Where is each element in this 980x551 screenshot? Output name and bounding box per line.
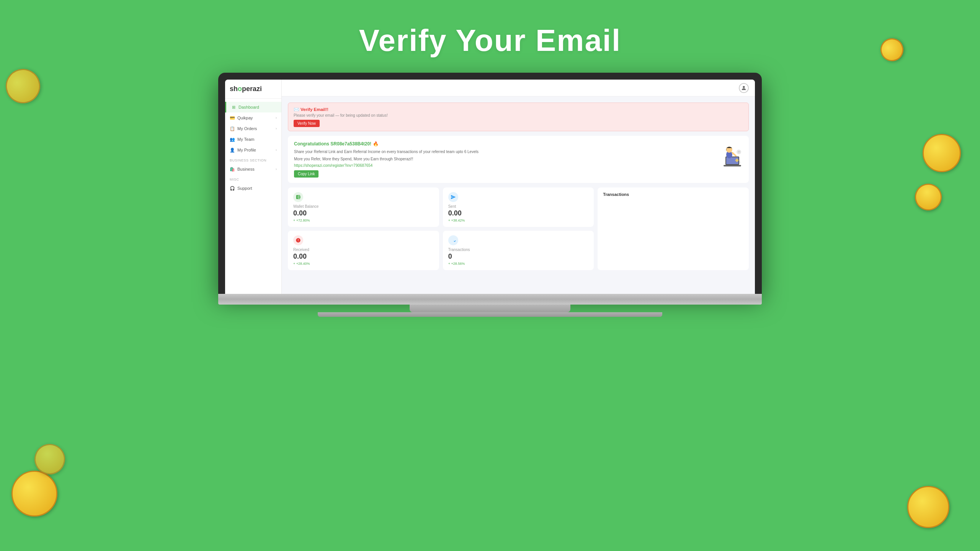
transactions-change: + +28.56% bbox=[448, 262, 589, 266]
orders-icon: 📋 bbox=[230, 126, 235, 131]
wallet-change: + +72.80% bbox=[293, 218, 434, 222]
page-title: Verify Your Email bbox=[0, 23, 980, 58]
transactions-label: Transactions bbox=[448, 248, 589, 252]
alert-title: ✉️ Verify Email!! bbox=[294, 107, 743, 112]
laptop-base bbox=[218, 294, 762, 305]
stats-grid: Wallet Balance 0.00 + +72.80% bbox=[288, 187, 749, 270]
section-label-misc: MISC bbox=[225, 174, 281, 183]
sent-label: Sent bbox=[448, 204, 589, 209]
laptop-foot bbox=[318, 312, 662, 317]
sidebar-logo: shoperazi bbox=[225, 80, 281, 99]
referral-link: https://shoperazi.com/register?inv=79068… bbox=[294, 163, 712, 168]
section-label-business: BUSINESS SECTION bbox=[225, 155, 281, 164]
laptop-frame: shoperazi ⊞ Dashboard 💳 bbox=[218, 73, 762, 317]
wallet-label: Wallet Balance bbox=[293, 204, 434, 209]
chevron-icon-business: › bbox=[276, 167, 277, 171]
wallet-icon bbox=[293, 192, 303, 202]
sidebar-label-profile: My Profile bbox=[237, 148, 256, 152]
team-icon: 👥 bbox=[230, 137, 235, 142]
user-avatar-button[interactable] bbox=[739, 83, 749, 93]
sidebar-label-quikpay: Quikpay bbox=[237, 116, 253, 120]
received-label: Received bbox=[293, 248, 434, 252]
sidebar-item-support[interactable]: 🎧 Support bbox=[225, 183, 281, 194]
chevron-icon: › bbox=[276, 116, 277, 120]
sidebar-item-my-orders[interactable]: 📋 My Orders › bbox=[225, 123, 281, 134]
received-icon bbox=[293, 235, 303, 245]
sidebar-item-my-profile[interactable]: 👤 My Profile › bbox=[225, 145, 281, 155]
sidebar-label-dashboard: Dashboard bbox=[238, 105, 259, 109]
congrats-title: Congratulations SR08e7a538B4t20! 🔥 bbox=[294, 141, 712, 147]
wallet-value: 0.00 bbox=[293, 209, 434, 217]
svg-rect-4 bbox=[724, 165, 741, 166]
copy-link-button[interactable]: Copy Link bbox=[294, 170, 318, 178]
congrats-line2: More you Refer, More they Spend, More yo… bbox=[294, 156, 712, 162]
congrats-line1: Share your Referral Link and Earn Referr… bbox=[294, 149, 712, 155]
sent-icon bbox=[448, 192, 458, 202]
sidebar-item-quikpay[interactable]: 💳 Quikpay › bbox=[225, 112, 281, 123]
decorative-coin-4 bbox=[923, 134, 961, 172]
fire-icon: 🔥 bbox=[373, 141, 379, 147]
decorative-coin-6 bbox=[907, 486, 949, 528]
sidebar: shoperazi ⊞ Dashboard 💳 bbox=[225, 80, 282, 294]
person-illustration: ? bbox=[712, 141, 743, 168]
transactions-value: 0 bbox=[448, 253, 589, 261]
laptop-stand bbox=[410, 305, 570, 312]
dashboard-icon: ⊞ bbox=[231, 104, 236, 110]
transactions-icon bbox=[448, 235, 458, 245]
main-content: ✉️ Verify Email!! Please verify your ema… bbox=[282, 96, 755, 294]
sidebar-nav: ⊞ Dashboard 💳 Quikpay › bbox=[225, 99, 281, 197]
sent-card: Sent 0.00 + +38.42% bbox=[443, 187, 594, 227]
transactions-count-card: Transactions 0 + +28.56% bbox=[443, 231, 594, 270]
svg-text:?: ? bbox=[738, 151, 740, 153]
decorative-coin-1 bbox=[11, 471, 57, 517]
sidebar-label-orders: My Orders bbox=[237, 126, 257, 131]
laptop-bezel: shoperazi ⊞ Dashboard 💳 bbox=[218, 73, 762, 294]
sent-change: + +38.42% bbox=[448, 218, 589, 222]
chevron-icon-orders: › bbox=[276, 127, 277, 130]
email-icon: ✉️ bbox=[294, 107, 299, 112]
received-change: + +28.40% bbox=[293, 262, 434, 266]
sidebar-item-dashboard[interactable]: ⊞ Dashboard bbox=[225, 102, 281, 112]
sidebar-label-support: Support bbox=[237, 186, 252, 191]
laptop-screen: shoperazi ⊞ Dashboard 💳 bbox=[225, 80, 755, 294]
sidebar-label-business: Business bbox=[237, 167, 255, 171]
profile-icon: 👤 bbox=[230, 147, 235, 153]
logo-text: shoperazi bbox=[230, 85, 262, 93]
received-value: 0.00 bbox=[293, 253, 434, 261]
transactions-panel: Transactions bbox=[598, 187, 749, 270]
chevron-icon-profile: › bbox=[276, 148, 277, 152]
sent-value: 0.00 bbox=[448, 209, 589, 217]
business-icon: 🛍️ bbox=[230, 166, 235, 172]
svg-point-0 bbox=[743, 86, 745, 88]
transactions-panel-title: Transactions bbox=[603, 192, 743, 197]
sidebar-label-team: My Team bbox=[237, 137, 254, 142]
wallet-balance-card: Wallet Balance 0.00 + +72.80% bbox=[288, 187, 439, 227]
alert-subtitle: Please verify your email — for being upd… bbox=[294, 113, 743, 117]
support-icon: 🎧 bbox=[230, 186, 235, 191]
sidebar-item-business[interactable]: 🛍️ Business › bbox=[225, 164, 281, 174]
top-bar bbox=[282, 80, 755, 96]
verify-email-alert: ✉️ Verify Email!! Please verify your ema… bbox=[288, 103, 749, 131]
verify-now-button[interactable]: Verify Now bbox=[294, 120, 320, 127]
received-card: Received 0.00 + +28.40% bbox=[288, 231, 439, 270]
congrats-card: Congratulations SR08e7a538B4t20! 🔥 Share… bbox=[288, 136, 749, 183]
sidebar-item-my-team[interactable]: 👥 My Team bbox=[225, 134, 281, 145]
quikpay-icon: 💳 bbox=[230, 115, 235, 121]
